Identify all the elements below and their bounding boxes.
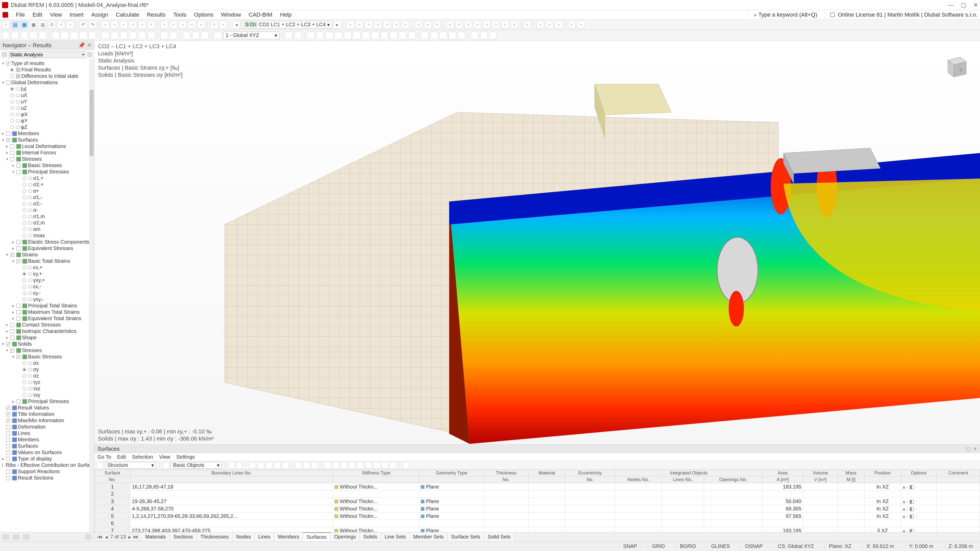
pt-c[interactable] bbox=[249, 462, 256, 468]
eye-icon[interactable] bbox=[16, 126, 20, 129]
pt-r[interactable] bbox=[382, 462, 388, 468]
tb2-w[interactable] bbox=[285, 32, 293, 39]
tree-item[interactable]: Max/Min Information bbox=[0, 417, 94, 424]
tree-item[interactable]: τmax bbox=[0, 232, 94, 239]
tb-c[interactable]: ▫ bbox=[102, 21, 109, 29]
tree-item[interactable]: σy bbox=[0, 366, 94, 373]
tb-t[interactable]: ▫ bbox=[383, 21, 391, 29]
pin-icon[interactable]: 📌 bbox=[78, 42, 85, 49]
tree-scrollbar[interactable] bbox=[89, 59, 94, 532]
tb2-am[interactable] bbox=[439, 32, 447, 39]
radio[interactable] bbox=[10, 125, 14, 129]
tab-member-sets[interactable]: Member Sets bbox=[410, 532, 448, 541]
navfoot-d[interactable] bbox=[85, 534, 92, 540]
close-button[interactable]: ✕ bbox=[974, 2, 978, 8]
tb2-ak[interactable] bbox=[421, 32, 429, 39]
pt-b[interactable] bbox=[162, 462, 169, 468]
tb-prev[interactable]: ◂ bbox=[232, 21, 240, 29]
checkbox[interactable] bbox=[16, 164, 21, 168]
radio[interactable] bbox=[10, 106, 14, 110]
expand-icon[interactable]: ▾ bbox=[1, 80, 5, 85]
checkbox[interactable] bbox=[6, 138, 10, 142]
pt-p[interactable] bbox=[365, 462, 372, 468]
tree-item[interactable]: αm bbox=[0, 226, 94, 232]
tb2-v[interactable] bbox=[214, 32, 222, 39]
loadcase-combo[interactable]: S ChCO2 LC1 + LC2 + LC3 + LC4▾ bbox=[242, 21, 332, 29]
tb2-h[interactable] bbox=[70, 32, 78, 39]
tree-item[interactable]: Values on Surfaces bbox=[0, 449, 94, 456]
menu-assign[interactable]: Assign bbox=[91, 11, 108, 18]
checkbox[interactable] bbox=[16, 355, 21, 359]
tree-item[interactable]: Support Reactions bbox=[0, 468, 94, 475]
menu-results[interactable]: Results bbox=[147, 11, 165, 18]
checkbox[interactable] bbox=[6, 412, 10, 416]
tree-item[interactable]: Lines bbox=[0, 430, 94, 437]
tree-item[interactable]: ▾Stresses bbox=[0, 156, 94, 162]
radio[interactable] bbox=[22, 189, 26, 193]
bgrid-toggle[interactable]: BGRID bbox=[676, 543, 700, 549]
pm-edit[interactable]: Edit bbox=[117, 454, 126, 460]
menu-calculate[interactable]: Calculate bbox=[116, 11, 139, 18]
checkbox[interactable] bbox=[10, 348, 14, 353]
analysis-select[interactable]: Static Analysis bbox=[9, 51, 86, 58]
eye-icon[interactable] bbox=[28, 375, 32, 378]
checkbox[interactable] bbox=[6, 431, 10, 435]
tree-item[interactable]: ▸Contact Stresses bbox=[0, 322, 94, 328]
checkbox[interactable] bbox=[6, 470, 10, 474]
glines-toggle[interactable]: GLINES bbox=[707, 543, 734, 549]
tree-item[interactable]: ▾Type of results bbox=[0, 60, 94, 67]
expand-icon[interactable]: ▸ bbox=[5, 144, 9, 149]
tb2-aq[interactable] bbox=[480, 32, 488, 39]
eye-icon[interactable] bbox=[28, 196, 32, 199]
table-row[interactable]: 7273,274,388,403-397,470-459,275Without … bbox=[95, 527, 980, 532]
tb-next[interactable]: ▸ bbox=[334, 21, 341, 29]
pt-d[interactable] bbox=[258, 462, 264, 468]
checkbox[interactable] bbox=[6, 81, 10, 85]
tree-item[interactable]: τyz bbox=[0, 379, 94, 386]
tb-ag[interactable]: ▫ bbox=[511, 21, 518, 29]
expand-icon[interactable]: ▸ bbox=[11, 246, 15, 251]
tb2-ag[interactable] bbox=[380, 32, 388, 39]
radio[interactable] bbox=[22, 208, 26, 212]
tree-item[interactable]: σ2,m bbox=[0, 220, 94, 226]
tree-item[interactable]: ▾Strains bbox=[0, 251, 94, 258]
checkbox[interactable] bbox=[10, 144, 14, 148]
tree-item[interactable]: uX bbox=[0, 92, 94, 98]
tb-w[interactable]: ▫ bbox=[415, 21, 422, 29]
coord-combo[interactable]: 1 - Global XYZ▾ bbox=[223, 32, 280, 39]
tree-item[interactable]: ▾Solids bbox=[0, 341, 94, 347]
tb-saveall[interactable]: ▦ bbox=[30, 21, 37, 29]
tree-item[interactable]: ▸Type of display bbox=[0, 456, 94, 462]
checkbox[interactable] bbox=[10, 329, 14, 333]
tb-l[interactable]: ▫ bbox=[188, 21, 196, 29]
tb-h[interactable]: ▫ bbox=[148, 21, 155, 29]
expand-icon[interactable]: ▸ bbox=[11, 316, 15, 321]
tree-item[interactable]: φZ bbox=[0, 124, 94, 130]
checkbox[interactable] bbox=[16, 246, 21, 251]
tb-d[interactable]: ▫ bbox=[111, 21, 118, 29]
pt-m[interactable] bbox=[341, 462, 347, 468]
tab-openings[interactable]: Openings bbox=[331, 532, 360, 541]
tb2-ad[interactable] bbox=[353, 32, 361, 39]
tb-p[interactable]: ▫ bbox=[347, 21, 354, 29]
tb-ab[interactable]: ▫ bbox=[465, 21, 472, 29]
tb-a[interactable]: ▫ bbox=[57, 21, 65, 29]
tb2-ao[interactable] bbox=[458, 32, 466, 39]
expand-icon[interactable]: ▾ bbox=[1, 138, 5, 142]
tb2-t[interactable] bbox=[192, 32, 200, 39]
pt-e[interactable] bbox=[266, 462, 272, 468]
checkbox[interactable] bbox=[6, 425, 10, 429]
table-row[interactable]: 116,17,28,65-47,18Without Thickn...Plane… bbox=[95, 483, 980, 491]
checkbox[interactable] bbox=[16, 400, 21, 403]
tb-ae[interactable]: ▫ bbox=[492, 21, 500, 29]
tb2-ai[interactable] bbox=[399, 32, 407, 39]
eye-icon[interactable] bbox=[28, 362, 32, 365]
navfoot-c[interactable] bbox=[23, 534, 30, 540]
eye-icon[interactable] bbox=[28, 228, 32, 231]
tb-b[interactable]: ▫ bbox=[66, 21, 74, 29]
tb-ac[interactable]: ▫ bbox=[474, 21, 481, 29]
tb2-ap[interactable] bbox=[471, 32, 479, 39]
eye-icon[interactable] bbox=[28, 285, 32, 288]
tb2-an[interactable] bbox=[449, 32, 456, 39]
expand-icon[interactable]: ▸ bbox=[1, 456, 5, 461]
